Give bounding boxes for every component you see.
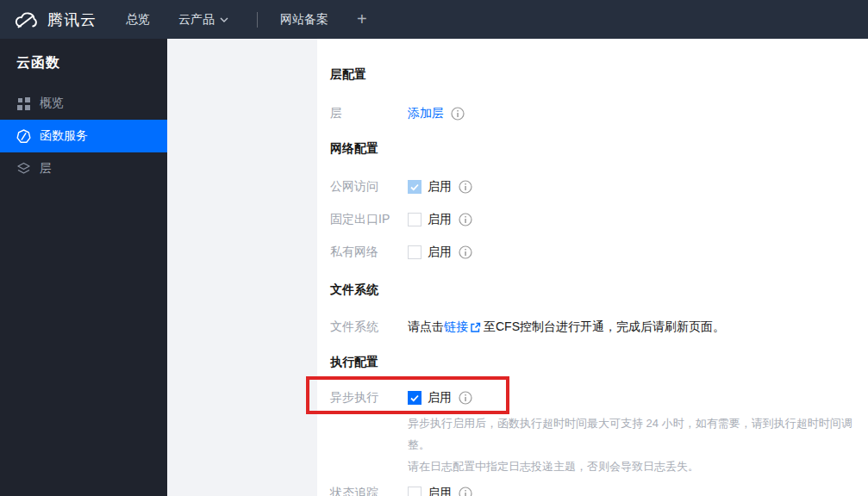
info-icon[interactable] (459, 245, 472, 259)
info-icon[interactable] (459, 180, 472, 194)
note-line: 异步执行启用后，函数执行超时时间最大可支持 24 小时，如有需要，请到执行超时时… (408, 412, 868, 456)
section-title-layer-config: 层配置 (330, 67, 868, 81)
tencent-cloud-console: 腾讯云 总览 云产品 网站备案 + 云函数 (0, 0, 868, 496)
section-title-network-config: 网络配置 (330, 141, 868, 155)
sidebar-item-label: 函数服务 (40, 128, 88, 144)
add-tab-button[interactable]: + (357, 9, 367, 29)
sidebar-item-label: 概览 (40, 96, 64, 111)
filesystem-text-before: 请点击 (408, 319, 444, 335)
settings-panel: 层配置 层 添加层 网络配置 公网访问 启用 (317, 39, 868, 496)
sidebar-item-overview[interactable]: 概览 (0, 87, 167, 120)
toggle-label: 启用 (428, 212, 452, 227)
filesystem-text-after: 至CFS控制台进行开通，完成后请刷新页面。 (484, 319, 725, 335)
field-label: 异步执行 (330, 390, 408, 406)
form-row-status-tracking: 状态追踪 启用 (330, 486, 868, 496)
toggle-label: 启用 (428, 179, 452, 195)
field-label: 私有网络 (330, 245, 408, 260)
nav-overview[interactable]: 总览 (126, 12, 150, 28)
grid-icon (16, 96, 31, 111)
sidebar-item-layers[interactable]: 层 (0, 152, 167, 185)
topbar-nav: 总览 云产品 网站备案 + (126, 9, 367, 29)
async-execution-note: 异步执行启用后，函数执行超时时间最大可支持 24 小时，如有需要，请到执行超时时… (408, 412, 868, 477)
info-icon[interactable] (451, 107, 465, 121)
brand-name: 腾讯云 (47, 9, 97, 30)
chevron-down-icon (220, 17, 228, 22)
function-icon (16, 129, 31, 144)
brand-logo-link[interactable]: 腾讯云 (12, 9, 97, 30)
check-icon (409, 393, 420, 403)
nav-cloud-products[interactable]: 云产品 (178, 12, 228, 28)
public-access-checkbox (408, 180, 422, 194)
field-label: 公网访问 (330, 179, 408, 195)
sidebar-title: 云函数 (16, 54, 167, 72)
field-label: 文件系统 (330, 319, 408, 335)
toggle-label: 启用 (428, 486, 452, 496)
sidebar-item-label: 层 (40, 161, 52, 177)
layers-icon (16, 162, 31, 177)
form-row-filesystem: 文件系统 请点击 链接 至CFS控制台进行开通，完成后请刷新页面。 (330, 319, 868, 335)
status-tracking-checkbox[interactable] (408, 487, 422, 496)
info-icon[interactable] (459, 213, 472, 226)
cfs-console-link[interactable]: 链接 (444, 319, 468, 335)
info-icon[interactable] (459, 487, 472, 496)
topbar: 腾讯云 总览 云产品 网站备案 + (0, 0, 868, 39)
fixed-egress-ip-checkbox[interactable] (408, 213, 422, 226)
toggle-label: 启用 (428, 390, 452, 406)
tencent-cloud-logo-icon (12, 9, 40, 30)
check-icon (409, 182, 420, 192)
field-label: 固定出口IP (330, 212, 408, 227)
add-layer-link[interactable]: 添加层 (408, 106, 444, 121)
toggle-label: 启用 (428, 245, 452, 260)
collapsed-panel (167, 39, 317, 496)
private-network-checkbox[interactable] (408, 245, 422, 259)
field-label: 状态追踪 (330, 486, 408, 496)
form-row-public-access: 公网访问 启用 (330, 179, 868, 195)
async-execution-checkbox[interactable] (408, 391, 422, 405)
section-title-execution-config: 执行配置 (330, 355, 868, 369)
section-title-filesystem: 文件系统 (330, 282, 868, 296)
form-row-fixed-egress-ip: 固定出口IP 启用 (330, 212, 868, 227)
field-label: 层 (330, 106, 408, 121)
nav-website-filing[interactable]: 网站备案 (280, 12, 328, 28)
form-row-private-network: 私有网络 启用 (330, 245, 868, 260)
note-line: 请在日志配置中指定日志投递主题，否则会导致日志丢失。 (408, 456, 868, 477)
form-row-async-execution: 异步执行 启用 (330, 390, 868, 406)
topbar-divider (257, 12, 258, 28)
form-row-layer: 层 添加层 (330, 106, 868, 121)
sidebar: 云函数 概览 函数服务 (0, 39, 167, 496)
info-icon[interactable] (459, 391, 472, 405)
sidebar-item-function-service[interactable]: 函数服务 (0, 120, 167, 152)
external-link-icon (470, 322, 481, 333)
sidebar-menu: 概览 函数服务 层 (0, 87, 167, 185)
